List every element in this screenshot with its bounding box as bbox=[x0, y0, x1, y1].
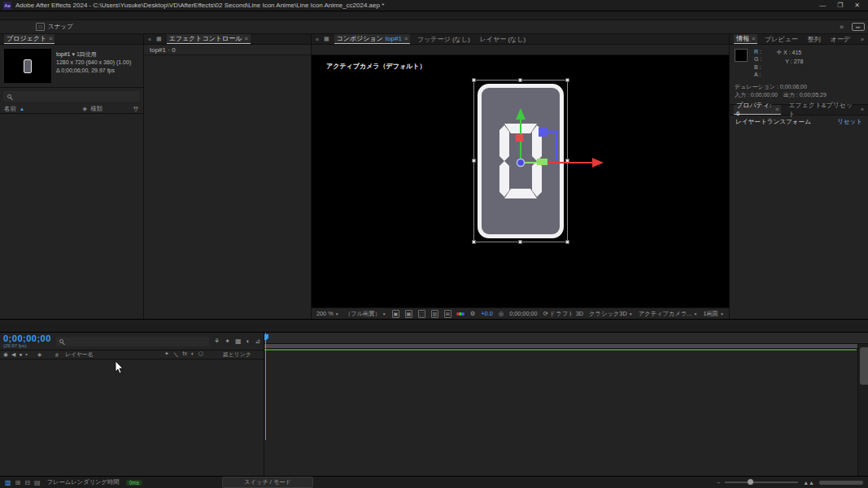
panel-menu-icon[interactable]: ≡ bbox=[404, 36, 408, 41]
maximize-button[interactable]: ❐ bbox=[837, 2, 843, 9]
selection-handle[interactable] bbox=[565, 240, 569, 244]
render-settings-icon[interactable]: ⊞ bbox=[15, 479, 21, 486]
composition-mini-flowchart-icon[interactable]: ⚘ bbox=[214, 338, 220, 345]
minimize-button[interactable]: — bbox=[819, 2, 826, 9]
flowchart-icon[interactable]: ▤ bbox=[34, 479, 41, 486]
proxy-icon[interactable]: ⊟ bbox=[24, 479, 30, 486]
reset-link[interactable]: リセット bbox=[837, 118, 862, 126]
tab-properties[interactable]: プロパティ: 6≡ bbox=[734, 105, 781, 115]
column-size[interactable]: サ bbox=[133, 105, 139, 113]
label-column-icon[interactable]: ◈ bbox=[82, 105, 90, 112]
right-panel-column: 情報≡ プレビュー 整列 オーデ » R : G : B : A : ✛X : … bbox=[730, 34, 868, 319]
flipclock-thumb-icon bbox=[24, 59, 32, 73]
info-b: B : bbox=[754, 63, 761, 71]
mask-visibility-icon[interactable]: ⬚ bbox=[418, 310, 425, 318]
share-screen-icon[interactable]: ▸▸ bbox=[852, 23, 865, 31]
label-column-icon: ◈ bbox=[37, 351, 55, 358]
properties-panel: レイヤートランスフォーム リセット bbox=[730, 115, 868, 319]
tab-effect-controls[interactable]: エフェクトコントロール≡ bbox=[167, 34, 251, 44]
flipclock-card-layer[interactable] bbox=[478, 84, 564, 238]
parent-link-column[interactable]: 親とリンク bbox=[223, 351, 262, 359]
region-of-interest-icon[interactable]: ▣ bbox=[392, 310, 399, 318]
panel-collapse-icon[interactable]: « bbox=[316, 37, 319, 42]
timeline-search-input[interactable] bbox=[56, 337, 209, 346]
tab-layer[interactable]: レイヤー (なし) bbox=[478, 34, 529, 44]
selection-handle[interactable] bbox=[472, 240, 476, 244]
timeline-statusbar: ▥ ⊞ ⊟ ▤ フレームレンダリング時間 0ms スイッチ / モード − ▲▲ bbox=[0, 476, 868, 488]
column-name[interactable]: 名前 bbox=[4, 105, 16, 113]
snap-checkbox[interactable]: □ bbox=[36, 23, 45, 31]
tab-composition[interactable]: コンポジション top#1 ≡ bbox=[334, 34, 410, 44]
project-search-input[interactable] bbox=[3, 91, 140, 102]
transform-section-label[interactable]: レイヤートランスフォーム bbox=[735, 118, 811, 126]
sort-arrow-icon[interactable]: ▲ bbox=[20, 107, 24, 111]
selection-handle[interactable] bbox=[518, 78, 522, 82]
panel-menu-icon[interactable]: ≡ bbox=[49, 36, 52, 41]
column-type[interactable]: 種類 bbox=[90, 105, 133, 113]
after-effects-window: Ae Adobe After Effects 2024 - C:\Users\Y… bbox=[0, 0, 868, 488]
channel-icon[interactable] bbox=[457, 312, 465, 316]
panel-collapse-icon[interactable]: « bbox=[148, 37, 151, 42]
draft-3d-toggle[interactable]: ⟳ドラフト 3D bbox=[543, 310, 583, 318]
panel-overflow-chevron[interactable]: » bbox=[861, 107, 864, 112]
selection-handle[interactable] bbox=[472, 78, 476, 82]
timeline-panel: 0;00;00;00 (29.97 fps) ⚘ ✦ ▦ ◐ ⊿ ◉ ◀ ● ▪ bbox=[0, 332, 868, 476]
graph-editor-icon[interactable]: ⊿ bbox=[255, 338, 260, 345]
current-time-display[interactable]: 0;00;00;00 bbox=[3, 333, 51, 343]
switch-mode-button[interactable]: スイッチ / モード bbox=[222, 477, 313, 488]
viewer-timecode[interactable]: 0;00;00;00 bbox=[509, 310, 538, 317]
toolbar: □ スナップ » ▸▸ bbox=[0, 20, 868, 34]
selection-handle[interactable] bbox=[565, 78, 569, 82]
zoom-in-mountain-icon[interactable]: ▲▲ bbox=[803, 480, 814, 486]
composition-marker-icon[interactable]: ▥ bbox=[5, 479, 11, 486]
transparency-grid-icon[interactable]: ▦ bbox=[405, 310, 412, 318]
timeline-horizontal-scrollbar[interactable] bbox=[819, 481, 863, 485]
composition-panel: « ▦ コンポジション top#1 ≡ フッテージ (なし) レイヤー (なし)… bbox=[312, 34, 730, 319]
tab-audio[interactable]: オーデ bbox=[828, 34, 853, 44]
panel-overflow-chevron[interactable]: » bbox=[861, 37, 864, 42]
selection-handle[interactable] bbox=[565, 159, 569, 163]
zoom-out-mountain-icon[interactable]: − bbox=[717, 480, 720, 486]
tab-project[interactable]: プロジェクト≡ bbox=[4, 34, 55, 44]
tab-effects-presets[interactable]: エフェクト&プリセット bbox=[786, 105, 856, 115]
selected-item-name[interactable]: top#1 bbox=[56, 51, 71, 57]
playhead-line[interactable] bbox=[265, 333, 266, 440]
selection-handle[interactable] bbox=[472, 159, 476, 163]
timeline-vertical-scrollbar[interactable] bbox=[857, 344, 868, 476]
time-ruler[interactable] bbox=[264, 333, 868, 344]
tab-info[interactable]: 情報≡ bbox=[734, 34, 757, 44]
layer-name-column[interactable]: レイヤー名 bbox=[65, 351, 164, 359]
close-button[interactable]: ✕ bbox=[854, 2, 860, 9]
tab-preview[interactable]: プレビュー bbox=[762, 34, 800, 44]
guides-icon[interactable]: ▥ bbox=[431, 310, 438, 318]
selection-handle[interactable] bbox=[518, 240, 522, 244]
info-r: R : bbox=[754, 48, 761, 55]
view-layout-dropdown[interactable]: 1画面▼ bbox=[703, 310, 724, 318]
magnification-dropdown[interactable]: 200 %▼ bbox=[316, 310, 339, 317]
tab-align[interactable]: 整列 bbox=[805, 34, 823, 44]
workspace-overflow-chevron[interactable]: » bbox=[840, 23, 844, 31]
quality-switch-icon: ＼ bbox=[173, 351, 179, 359]
renderer-dropdown[interactable]: クラシック3D▼ bbox=[589, 310, 633, 318]
rulers-icon[interactable]: ⊞ bbox=[444, 310, 451, 318]
motion-blur-icon[interactable]: ◐ bbox=[246, 338, 250, 345]
crosshair-icon: ✛ bbox=[776, 49, 782, 56]
panel-menu-icon[interactable]: ≡ bbox=[244, 36, 247, 41]
composition-viewport[interactable]: アクティブカメラ（デフォルト） bbox=[312, 55, 729, 307]
effect-controls-body bbox=[144, 55, 311, 319]
hide-shy-layers-icon[interactable]: ✦ bbox=[225, 338, 230, 345]
comp-breadcrumb bbox=[312, 45, 729, 55]
exposure-value[interactable]: +0.0 bbox=[481, 310, 492, 317]
camera-dropdown[interactable]: アクティブカメラ...▼ bbox=[639, 310, 698, 318]
project-panel: プロジェクト≡ top#1 ▾ 1回使用 1280 x 720 (640 x 3… bbox=[0, 34, 144, 319]
snapshot-camera-icon[interactable]: ◎ bbox=[499, 310, 504, 317]
timeline-tracks[interactable] bbox=[264, 333, 868, 476]
3d-switch-icon: ⬡ bbox=[198, 351, 203, 359]
frame-rate-label: (29.97 fps) bbox=[3, 343, 51, 349]
info-a: A : bbox=[754, 71, 761, 78]
exposure-gear-icon[interactable]: ⚙ bbox=[470, 310, 476, 317]
resolution-dropdown[interactable]: （フル画質）▼ bbox=[345, 310, 386, 318]
timeline-zoom-slider[interactable] bbox=[725, 481, 798, 483]
tab-footage[interactable]: フッテージ (なし) bbox=[415, 34, 473, 44]
frame-blending-icon[interactable]: ▦ bbox=[235, 338, 242, 345]
